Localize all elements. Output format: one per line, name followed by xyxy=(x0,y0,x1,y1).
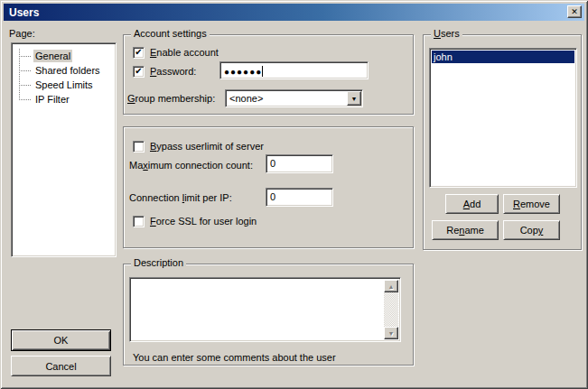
arrow-up-icon: ▲ xyxy=(388,283,395,290)
force-ssl-checkbox[interactable] xyxy=(133,216,145,227)
page-label: Page: xyxy=(9,28,35,40)
scroll-up-button[interactable]: ▲ xyxy=(384,280,398,292)
account-settings-title: Account settings xyxy=(131,28,210,40)
tree-item-shared-folders[interactable]: Shared folders xyxy=(14,63,114,78)
description-textarea[interactable]: ▲ ▼ xyxy=(129,277,401,342)
close-button[interactable]: ✕ xyxy=(567,5,582,18)
tree-item-general[interactable]: General xyxy=(14,49,114,63)
bypass-userlimit-label: Bypass userlimit of server xyxy=(150,141,264,153)
remove-button[interactable]: Remove xyxy=(503,194,560,214)
tree-item-label[interactable]: IP Filter xyxy=(33,93,71,106)
password-checkbox[interactable]: ✔ xyxy=(133,66,145,78)
arrow-down-icon: ▼ xyxy=(388,330,395,337)
page-tree[interactable]: General Shared folders Speed Limits IP F… xyxy=(11,42,117,257)
text-caret xyxy=(262,66,263,77)
scrollbar-track[interactable] xyxy=(384,292,398,327)
rename-button[interactable]: Rename xyxy=(432,220,499,240)
tree-item-label[interactable]: Shared folders xyxy=(33,64,102,77)
title-bar[interactable]: Users ✕ xyxy=(4,4,584,21)
limits-group: Bypass userlimit of server Maximum conne… xyxy=(123,126,414,248)
users-group: Users john Add Remove Rename Copy xyxy=(423,34,582,250)
dropdown-arrow-button[interactable]: ▼ xyxy=(347,91,361,106)
chevron-down-icon: ▼ xyxy=(351,96,358,102)
close-icon: ✕ xyxy=(571,7,578,16)
max-connection-count-value: 0 xyxy=(270,158,275,169)
users-dialog: Users ✕ Page: General Shared folders Spe… xyxy=(0,0,588,389)
dropdown-value: <none> xyxy=(226,90,346,107)
description-hint: You can enter some comments about the us… xyxy=(133,352,336,364)
tree-connector xyxy=(19,70,31,71)
account-settings-group: Account settings ✔ Enable account ✔ Pass… xyxy=(123,34,414,115)
cancel-button[interactable]: Cancel xyxy=(11,356,111,376)
window-title: Users xyxy=(9,6,39,19)
enable-account-checkbox[interactable]: ✔ xyxy=(133,47,145,59)
password-label: Password: xyxy=(150,66,196,78)
connection-limit-per-ip-input[interactable]: 0 xyxy=(266,188,333,207)
check-icon: ✔ xyxy=(134,67,144,76)
connection-limit-per-ip-value: 0 xyxy=(270,191,275,202)
password-input[interactable]: ●●●●●● xyxy=(219,61,369,79)
tree-connector xyxy=(19,56,31,57)
max-connection-count-label: Maximum connection count: xyxy=(129,160,253,171)
tree-connector xyxy=(19,99,31,100)
description-group: Description ▲ ▼ You can enter some comme… xyxy=(123,264,414,366)
tree-connector xyxy=(19,85,31,86)
group-membership-dropdown[interactable]: <none> ▼ xyxy=(225,89,363,107)
copy-button[interactable]: Copy xyxy=(503,220,560,240)
add-button[interactable]: Add xyxy=(445,194,499,214)
user-list-item[interactable]: john xyxy=(432,51,574,63)
tree-item-label[interactable]: General xyxy=(33,50,72,62)
password-value: ●●●●●● xyxy=(224,67,262,77)
user-name: john xyxy=(434,51,453,62)
users-group-title: Users xyxy=(431,28,462,40)
ok-button[interactable]: OK xyxy=(11,329,111,351)
check-icon: ✔ xyxy=(134,48,144,57)
group-membership-label: Group membership: xyxy=(127,93,215,105)
scroll-down-button[interactable]: ▼ xyxy=(384,327,398,339)
tree-item-label[interactable]: Speed Limits xyxy=(33,79,95,91)
description-scrollbar[interactable]: ▲ ▼ xyxy=(384,280,398,339)
bypass-userlimit-checkbox[interactable] xyxy=(133,141,145,153)
force-ssl-label: Force SSL for user login xyxy=(150,216,257,227)
tree-item-speed-limits[interactable]: Speed Limits xyxy=(14,78,114,92)
connection-limit-per-ip-label: Connection limit per IP: xyxy=(129,192,232,204)
users-listbox[interactable]: john xyxy=(429,48,577,188)
description-title: Description xyxy=(131,257,186,269)
enable-account-label: Enable account xyxy=(150,47,219,59)
max-connection-count-input[interactable]: 0 xyxy=(266,154,333,173)
tree-item-ip-filter[interactable]: IP Filter xyxy=(14,92,114,107)
